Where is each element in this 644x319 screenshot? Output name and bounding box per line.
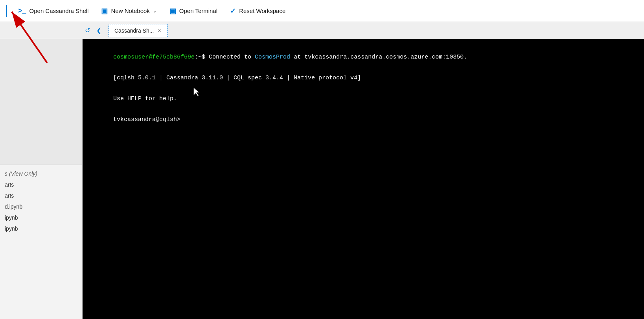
chevron-down-icon: ⌄: [153, 8, 157, 14]
annotation-arrow: [0, 39, 83, 71]
reset-workspace-button[interactable]: ✓ Reset Workspace: [225, 4, 290, 18]
sidebar-item-label: s (View Only): [5, 170, 37, 177]
notebook-icon: ▣: [101, 7, 108, 15]
terminal-connected-text: Connected to: [205, 54, 255, 60]
terminal-cqlsh-prompt: tvkcassandra@cqlsh>: [113, 116, 180, 123]
list-item[interactable]: arts: [0, 190, 82, 201]
sidebar-item-label: ipynb: [5, 214, 18, 221]
sidebar-list: s (View Only) arts arts d.ipynb ipynb ip…: [0, 165, 82, 319]
terminal-line-3: Use HELP for help.: [92, 89, 635, 109]
terminal-line-2: [cqlsh 5.0.1 | Cassandra 3.11.0 | CQL sp…: [92, 68, 635, 88]
sidebar-item-label: d.ipynb: [5, 204, 22, 210]
tab-controls: ↺ ❮: [83, 26, 104, 35]
refresh-button[interactable]: ↺: [83, 26, 92, 35]
terminal[interactable]: cosmosuser@fe75cb86f69e:~$ Connected to …: [83, 39, 644, 319]
terminal-icon: ▣: [169, 7, 176, 15]
list-item[interactable]: d.ipynb: [0, 201, 82, 212]
list-item[interactable]: arts: [0, 179, 82, 190]
terminal-user: cosmosuser@fe75cb86f69e: [113, 54, 195, 60]
sidebar-item-label: ipynb: [5, 226, 18, 232]
terminal-line-1: cosmosuser@fe75cb86f69e:~$ Connected to …: [92, 47, 635, 67]
terminal-host: at tvkcassandra.cassandra.cosmos.azure.c…: [290, 54, 467, 60]
cassandra-shell-tab[interactable]: Cassandra Sh... ×: [109, 24, 168, 37]
list-item[interactable]: ipynb: [0, 212, 82, 223]
terminal-version-info: [cqlsh 5.0.1 | Cassandra 3.11.0 | CQL sp…: [113, 75, 361, 81]
terminal-line-4: tvkcassandra@cqlsh>: [92, 110, 635, 130]
sidebar-item-label: arts: [5, 182, 14, 188]
open-terminal-button[interactable]: ▣ Open Terminal: [165, 4, 222, 18]
terminal-help-text: Use HELP for help.: [113, 95, 177, 102]
collapse-button[interactable]: ❮: [94, 26, 104, 35]
open-cassandra-shell-button[interactable]: >_ Open Cassandra Shell: [13, 4, 93, 17]
new-notebook-label: New Notebook: [111, 7, 149, 14]
sidebar: s (View Only) arts arts d.ipynb ipynb ip…: [0, 39, 83, 319]
toolbar: >_ Open Cassandra Shell ▣ New Notebook ⌄…: [0, 0, 644, 22]
reset-icon: ✓: [230, 7, 236, 15]
open-terminal-label: Open Terminal: [179, 7, 217, 14]
open-cassandra-shell-label: Open Cassandra Shell: [29, 7, 89, 14]
list-item[interactable]: s (View Only): [0, 168, 82, 179]
main-area: s (View Only) arts arts d.ipynb ipynb ip…: [0, 39, 644, 319]
reset-workspace-label: Reset Workspace: [239, 7, 285, 14]
sidebar-top-section: [0, 39, 82, 165]
svg-line-1: [12, 39, 47, 63]
list-item[interactable]: ipynb: [0, 223, 82, 234]
tab-label: Cassandra Sh...: [114, 28, 154, 34]
sidebar-item-label: arts: [5, 192, 14, 199]
toolbar-divider: [6, 5, 7, 17]
new-notebook-button[interactable]: ▣ New Notebook ⌄: [96, 4, 161, 18]
tab-bar: ↺ ❮ Cassandra Sh... ×: [0, 22, 644, 39]
cassandra-shell-icon: >_: [18, 7, 26, 15]
terminal-prompt-symbol: :~$: [195, 54, 205, 60]
tab-close-button[interactable]: ×: [157, 28, 162, 34]
terminal-cluster-name: CosmosProd: [255, 54, 290, 60]
